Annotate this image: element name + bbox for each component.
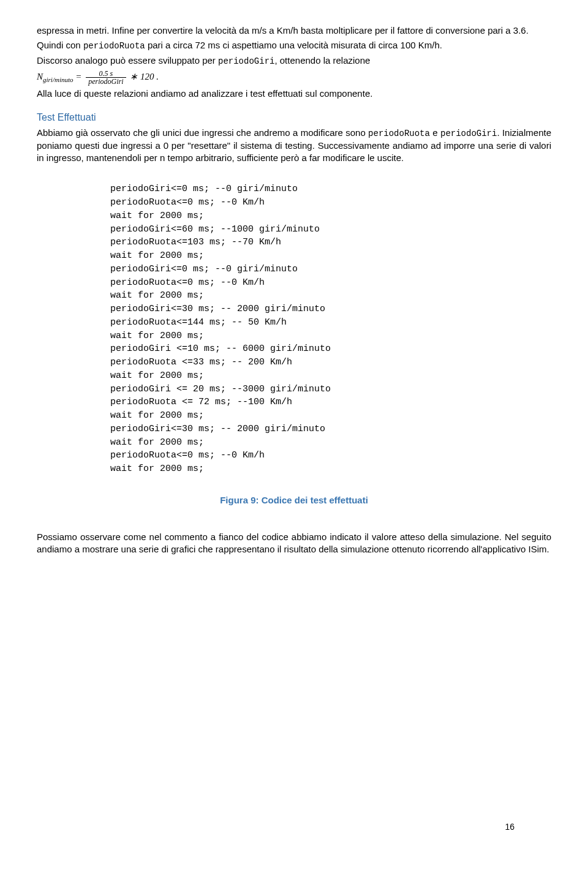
paragraph-5: Abbiamo già osservato che gli unici due …: [37, 127, 551, 164]
formula-sub: giri/minuto: [43, 76, 74, 83]
fraction: 0.5 speriodoGiri: [86, 70, 126, 85]
code-inline: periodoGiri: [218, 56, 274, 66]
text: e: [430, 127, 440, 138]
text: Quindi con: [37, 40, 83, 50]
code-block: periodoGiri<=0 ms; --0 giri/minuto perio…: [110, 182, 551, 476]
text: espressa in metri. Infine per convertire…: [37, 25, 529, 36]
figure-caption: Figura 9: Codice dei test effettuati: [37, 494, 551, 506]
paragraph-1: espressa in metri. Infine per convertire…: [37, 24, 551, 37]
paragraph-6: Possiamo osservare come nel commento a f…: [37, 531, 551, 556]
text: Alla luce di queste relazioni andiamo ad…: [37, 88, 372, 99]
section-heading: Test Effettuati: [37, 111, 551, 124]
text: , ottenendo la relazione: [274, 55, 370, 66]
text: Abbiamo già osservato che gli unici due …: [37, 127, 368, 138]
paragraph-3: Discorso analogo può essere sviluppato p…: [37, 55, 551, 67]
code-inline: periodoGiri: [440, 129, 497, 138]
code-inline: periodoRuota: [368, 129, 430, 138]
page-number: 16: [505, 821, 514, 833]
formula: Ngiri/minuto = 0.5 speriodoGiri ∗ 120 .: [37, 72, 159, 81]
denominator: periodoGiri: [86, 78, 126, 85]
paragraph-4: Alla luce di queste relazioni andiamo ad…: [37, 88, 551, 100]
formula-var: N: [37, 72, 43, 81]
formula-line: Ngiri/minuto = 0.5 speriodoGiri ∗ 120 .: [37, 70, 551, 85]
text: Discorso analogo può essere sviluppato p…: [37, 55, 218, 66]
code-inline: periodoRuota: [83, 41, 145, 51]
formula-rhs: ∗ 120 .: [128, 72, 159, 81]
text: pari a circa 72 ms ci aspettiamo una vel…: [145, 40, 442, 50]
text: Possiamo osservare come nel commento a f…: [37, 532, 551, 554]
paragraph-2: Quindi con periodoRuota pari a circa 72 …: [37, 39, 551, 52]
formula-eq: =: [74, 72, 85, 81]
